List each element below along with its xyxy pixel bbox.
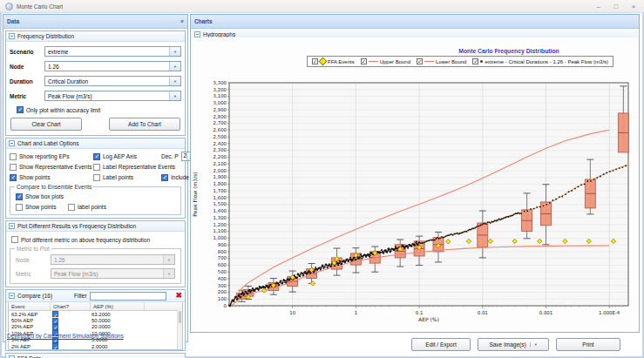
chart-label-options-header[interactable]: Chart and Label Options (6, 138, 185, 149)
metric-select[interactable]: Peak Flow (m3/s) ▼ (44, 91, 181, 101)
plot-different-section: Plot Different Results vs Frequency Dist… (5, 220, 186, 287)
chart-checkbox[interactable] (52, 311, 58, 317)
svg-text:800: 800 (218, 249, 227, 254)
save-images-button[interactable]: Save Image(s) ▼ (478, 338, 549, 351)
collapse-section-icon[interactable] (194, 31, 200, 37)
node-value: 1.26 (48, 64, 59, 70)
aep-cell: 20.0000 (89, 324, 142, 329)
log-aep-axis-checkbox[interactable] (93, 153, 100, 160)
clear-chart-button[interactable]: Clear Chart (10, 118, 82, 131)
legend-checkbox[interactable] (472, 58, 478, 64)
label-points-checkbox[interactable] (93, 174, 100, 181)
legend-label: Upper Bound (380, 59, 410, 64)
legend-item-extreme-series: extreme - Critical Durations - 1.26 - Pe… (472, 58, 608, 64)
duration-select[interactable]: Critical Duration ▼ (44, 76, 181, 86)
legend-checkbox[interactable] (417, 58, 423, 64)
table-row[interactable]: 63.2% AEP63.2000 (9, 311, 182, 317)
ensemble-show-points-checkbox[interactable] (16, 204, 23, 211)
developer-link[interactable]: Developed by Catchment Simulation Soluti… (7, 333, 124, 339)
chart-checkbox[interactable] (52, 324, 58, 330)
label-points-label: Label points (103, 174, 133, 180)
compare-table: Event Chart? AEP (%) 63.2% AEP63.200050%… (8, 302, 183, 350)
label-representative-events-checkbox[interactable] (93, 164, 100, 171)
svg-text:AEP (%): AEP (%) (418, 316, 439, 322)
svg-text:1,700: 1,700 (214, 188, 227, 193)
collapse-section-icon[interactable] (9, 33, 15, 39)
table-row[interactable]: 20% AEP20.0000 (9, 324, 182, 330)
svg-text:200: 200 (218, 289, 227, 294)
maximize-button[interactable]: □ (614, 3, 618, 10)
svg-text:300: 300 (218, 283, 227, 288)
svg-text:1,900: 1,900 (214, 174, 227, 179)
collapse-section-icon[interactable] (9, 140, 15, 146)
close-button[interactable]: × (632, 3, 635, 10)
add-to-chart-button[interactable]: Add To Chart (109, 118, 180, 131)
mtp-node-label: Node (16, 257, 51, 263)
show-box-plots-checkbox[interactable] (16, 193, 23, 200)
ffa-data-section: FFA Data (5, 353, 186, 358)
ensemble-label-points-checkbox[interactable] (68, 204, 75, 211)
svg-text:3,300: 3,300 (214, 80, 227, 85)
legend-label: Lower Bound (436, 59, 466, 64)
col-event: Event (9, 302, 51, 310)
charts-panel-title: Charts (194, 18, 213, 24)
show-reporting-eps-label: Show reporting EPs (19, 153, 69, 159)
filter-input[interactable] (90, 292, 166, 301)
svg-text:Peak Flow (m3/s): Peak Flow (m3/s) (192, 172, 198, 216)
window-title: Monte Carlo Chart (17, 3, 63, 10)
data-panel: Data « Frequency Distribution Scenario e… (3, 14, 188, 342)
remove-compare-icon[interactable]: ✖ (175, 292, 182, 300)
show-reporting-eps-checkbox[interactable] (10, 153, 17, 160)
frequency-distribution-header[interactable]: Frequency Distribution (6, 31, 185, 42)
plot-different-metric-checkbox[interactable] (11, 236, 18, 243)
collapse-section-icon[interactable] (9, 223, 15, 229)
print-button[interactable]: Print (556, 338, 620, 351)
svg-text:900: 900 (218, 242, 227, 247)
include-ffa-checkbox[interactable] (161, 174, 168, 181)
plot-different-header[interactable]: Plot Different Results vs Frequency Dist… (6, 221, 185, 232)
only-plot-accuracy-checkbox[interactable] (17, 106, 24, 113)
compare-header[interactable]: Compare (16) Filter ✖ (6, 290, 185, 302)
edit-export-button[interactable]: Edit / Export (411, 338, 471, 351)
metric-to-plot-group: Metric to Plot Node 1.26 ▼ Metric Peak F… (10, 248, 181, 284)
svg-text:0.1: 0.1 (416, 310, 424, 315)
svg-text:600: 600 (218, 262, 227, 267)
data-panel-header: Data « (3, 15, 187, 29)
table-row[interactable]: 50% AEP50.0000 (9, 317, 182, 323)
minimize-button[interactable]: – (597, 3, 600, 10)
chevron-down-icon: ▼ (169, 62, 180, 71)
mtp-metric-value: Peak Flow (m3/s) (54, 271, 98, 277)
svg-text:2,200: 2,200 (214, 154, 227, 159)
chart-checkbox[interactable] (52, 318, 58, 324)
charts-panel-header: Charts (191, 15, 639, 29)
only-plot-accuracy-label: Only plot within accuracy limit (26, 107, 100, 113)
node-select[interactable]: 1.26 ▼ (44, 61, 181, 71)
dot-marker-icon (480, 60, 483, 63)
col-chart: Chart? (51, 302, 91, 310)
compare-section: Compare (16) Filter ✖ Event Chart? AEP (… (5, 289, 186, 351)
svg-text:1,800: 1,800 (214, 181, 227, 186)
scenario-select[interactable]: extreme ▼ (44, 46, 181, 57)
legend-checkbox[interactable] (312, 58, 318, 64)
table-row[interactable]: 2% AEP2.0000 (9, 343, 182, 349)
chart-checkbox[interactable] (52, 343, 58, 349)
line-marker-icon (424, 61, 434, 62)
svg-text:3,000: 3,000 (214, 100, 227, 105)
mtp-node-select: 1.26 ▼ (51, 254, 175, 265)
filter-label: Filter (74, 293, 86, 299)
svg-text:2,300: 2,300 (214, 147, 227, 152)
svg-text:0.01: 0.01 (478, 310, 488, 315)
show-points-checkbox[interactable] (10, 174, 17, 181)
show-representative-events-checkbox[interactable] (10, 164, 17, 171)
label-representative-events-label: Label Representative Events (103, 164, 175, 170)
charts-panel: Charts Hydrographs Monte Carlo Frequency… (190, 14, 640, 333)
metric-to-plot-group-title: Metric to Plot (15, 246, 51, 252)
svg-text:2,400: 2,400 (214, 141, 227, 146)
chart-label-options-section: Chart and Label Options Show reporting E… (5, 138, 186, 219)
ffa-data-header[interactable]: FFA Data (6, 354, 185, 358)
collapse-panel-button[interactable]: « (180, 18, 184, 24)
legend-item-upper-bound: Upper Bound (361, 58, 410, 64)
table-scrollbar[interactable] (177, 310, 182, 349)
legend-checkbox[interactable] (361, 58, 367, 64)
collapse-section-icon[interactable] (9, 293, 15, 299)
